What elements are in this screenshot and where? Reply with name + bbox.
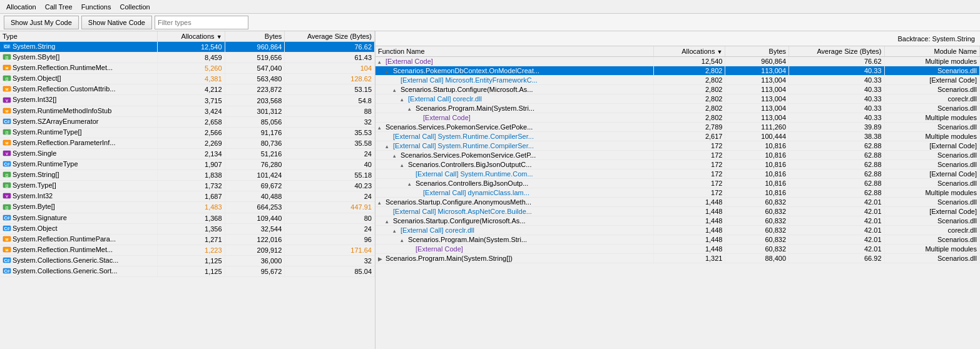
left-table-row[interactable]: C#System.Object 1,356 32,544 24 bbox=[0, 223, 375, 234]
right-table-row[interactable]: ▴Scenarios.Program.Main(System.Stri... 1… bbox=[375, 235, 980, 245]
right-table-row[interactable]: ▶Scenarios.Program.Main(System.String[])… bbox=[375, 254, 980, 263]
left-table-row[interactable]: MSystem.Reflection.ParameterInf... 2,269… bbox=[0, 138, 375, 148]
module-name: Scenarios.dll bbox=[884, 104, 979, 113]
type-name: C#System.Collections.Generic.Sort... bbox=[0, 266, 157, 276]
right-table-row[interactable]: ▴Scenarios.Startup.Configure(Microsoft.A… bbox=[375, 216, 980, 226]
col-type[interactable]: Type bbox=[0, 31, 157, 42]
filter-types-input[interactable] bbox=[155, 16, 248, 29]
right-table-row[interactable]: [External Code] 1,448 60,832 42.01 Multi… bbox=[375, 245, 980, 254]
left-table-row[interactable]: MSystem.Reflection.RuntimePara... 1,271 … bbox=[0, 234, 375, 245]
function-name-cell: ▴Scenarios.Program.Main(System.Stri... bbox=[375, 104, 654, 113]
function-name: Scenarios.Startup.Configure(Microsoft.As… bbox=[393, 217, 526, 225]
module-name: Scenarios.dll bbox=[884, 66, 979, 76]
col-bytes[interactable]: Bytes bbox=[225, 31, 285, 42]
function-name-cell: ▴Scenarios.Controllers.BigJsonOutp... bbox=[375, 179, 654, 188]
fn-allocations: 12,540 bbox=[654, 57, 725, 66]
fn-avg-size: 62.88 bbox=[789, 141, 884, 151]
show-native-code-button[interactable]: Show Native Code bbox=[81, 16, 152, 29]
right-table-row[interactable]: [External Code] 2,802 113,004 40.33 Mult… bbox=[375, 113, 980, 123]
left-table-row[interactable]: C#System.Collections.Generic.Stac... 1,1… bbox=[0, 255, 375, 266]
left-table-row[interactable]: C#System.RuntimeType 1,907 76,280 40 bbox=[0, 159, 375, 170]
right-table-row[interactable]: ▴Scenarios.Controllers.BigJsonOutputC...… bbox=[375, 160, 980, 169]
function-name: [External Code] bbox=[423, 114, 471, 121]
tree-expand-icon[interactable]: ▶ bbox=[378, 256, 384, 262]
menu-allocation[interactable]: Allocation bbox=[3, 2, 40, 12]
fn-bytes: 113,004 bbox=[725, 85, 789, 94]
module-name: [External Code] bbox=[884, 141, 979, 151]
tree-expand-icon[interactable]: ▴ bbox=[378, 124, 384, 131]
right-table-row[interactable]: [External Call] Microsoft.AspNetCore.Bui… bbox=[375, 207, 980, 216]
fn-allocations: 172 bbox=[654, 151, 725, 160]
right-table-row[interactable]: [External Call] System.Runtime.Com... 17… bbox=[375, 169, 980, 179]
col-avg-size[interactable]: Average Size (Bytes) bbox=[285, 31, 375, 42]
left-table-row[interactable]: VSystem.Single 2,134 51,216 24 bbox=[0, 148, 375, 159]
left-table-row[interactable]: MSystem.Reflection.RuntimeMet... 1,223 2… bbox=[0, 245, 375, 255]
left-table-row[interactable]: []System.String[] 1,838 101,424 55.18 bbox=[0, 170, 375, 181]
left-table-row[interactable]: C#System.SZArrayEnumerator 2,658 85,056 … bbox=[0, 116, 375, 127]
tree-expand-icon[interactable]: ▴ bbox=[393, 153, 399, 159]
type-icon: [] bbox=[3, 128, 11, 136]
col-fn-avg[interactable]: Average Size (Bytes) bbox=[789, 46, 884, 57]
tree-expand-icon[interactable]: ▴ bbox=[393, 228, 399, 234]
col-module-name[interactable]: Module Name bbox=[884, 46, 979, 57]
col-allocations[interactable]: Allocations ▼ bbox=[157, 31, 225, 42]
tree-expand-icon[interactable]: ▴ bbox=[378, 59, 384, 65]
type-name: []System.RuntimeType[] bbox=[0, 127, 157, 138]
function-name-cell: ▴[External Call] System.Runtime.Compiler… bbox=[375, 141, 654, 151]
left-table-row[interactable]: []System.Byte[] 1,483 664,253 447.91 bbox=[0, 202, 375, 213]
menu-call-tree[interactable]: Call Tree bbox=[41, 2, 76, 12]
left-table-row[interactable]: []System.Type[] 1,732 69,672 40.23 bbox=[0, 181, 375, 191]
right-table-row[interactable]: [External Call] dynamicClass.lam... 172 … bbox=[375, 188, 980, 198]
fn-allocations: 172 bbox=[654, 188, 725, 198]
col-fn-allocations[interactable]: Allocations ▼ bbox=[654, 46, 725, 57]
left-table-row[interactable]: MSystem.RuntimeMethodInfoStub 3,424 301,… bbox=[0, 106, 375, 116]
tree-expand-icon[interactable]: ▴ bbox=[385, 218, 392, 225]
type-name: VSystem.Int32 bbox=[0, 191, 157, 202]
left-table-row[interactable]: C#System.Signature 1,368 109,440 80 bbox=[0, 213, 375, 223]
right-table-row[interactable]: [External Call] Microsoft.EntityFramewor… bbox=[375, 76, 980, 85]
type-name: []System.String[] bbox=[0, 170, 157, 181]
right-table-row[interactable]: ▴[External Code] 12,540 960,864 76.62 Mu… bbox=[375, 57, 980, 66]
tree-expand-icon[interactable]: ▴ bbox=[401, 96, 407, 103]
right-table-row[interactable]: ▴[External Call] coreclr.dll 2,802 113,0… bbox=[375, 94, 980, 104]
avg-size: 96 bbox=[285, 234, 375, 245]
menu-functions[interactable]: Functions bbox=[78, 2, 115, 12]
show-just-my-code-button[interactable]: Show Just My Code bbox=[4, 16, 79, 29]
tree-expand-icon[interactable]: ▴ bbox=[401, 237, 407, 243]
left-table-row[interactable]: C#System.Collections.Generic.Sort... 1,1… bbox=[0, 266, 375, 276]
col-fn-bytes[interactable]: Bytes bbox=[725, 46, 789, 57]
left-table-row[interactable]: VSystem.Int32 1,687 40,488 24 bbox=[0, 191, 375, 202]
left-table-row[interactable]: VSystem.Int32[] 3,715 203,568 54.8 bbox=[0, 95, 375, 106]
menu-collection[interactable]: Collection bbox=[116, 2, 153, 12]
function-name-cell: [External Call] dynamicClass.lam... bbox=[375, 188, 654, 198]
left-table-row[interactable]: []System.SByte[] 8,459 519,656 61.43 bbox=[0, 53, 375, 63]
tree-expand-icon[interactable]: ▴ bbox=[385, 68, 392, 74]
right-table-row[interactable]: ▴Scenarios.Startup.Configure(Microsoft.A… bbox=[375, 85, 980, 94]
tree-expand-icon[interactable]: ▴ bbox=[408, 106, 414, 112]
bytes-count: 203,568 bbox=[225, 95, 285, 106]
left-table-row[interactable]: []System.Object[] 4,381 563,480 128.62 bbox=[0, 74, 375, 84]
left-table-row[interactable]: C#System.String 12,540 960,864 76.62 bbox=[0, 42, 375, 53]
right-table-row[interactable]: ▴Scenarios.Program.Main(System.Stri... 2… bbox=[375, 104, 980, 113]
tree-expand-icon[interactable]: ▴ bbox=[385, 143, 392, 149]
function-name: Scenarios.Program.Main(System.String[]) bbox=[385, 255, 513, 262]
right-table-row[interactable]: ▴Scenarios.Controllers.BigJsonOutp... 17… bbox=[375, 179, 980, 188]
right-table-row[interactable]: [External Call] System.Runtime.CompilerS… bbox=[375, 132, 980, 141]
tree-expand-icon[interactable]: ▴ bbox=[378, 200, 384, 206]
left-table-row[interactable]: []System.RuntimeType[] 2,566 91,176 35.5… bbox=[0, 127, 375, 138]
tree-expand-icon[interactable]: ▴ bbox=[401, 162, 407, 168]
left-table-row[interactable]: MSystem.Reflection.CustomAttrib... 4,212… bbox=[0, 84, 375, 95]
right-table-row[interactable]: ▴[External Call] coreclr.dll 1,448 60,83… bbox=[375, 226, 980, 235]
right-table-row[interactable]: ▴Scenarios.PokemonDbContext.OnModelCreat… bbox=[375, 66, 980, 76]
right-table-row[interactable]: ▴Scenarios.Services.PokemonService.GetPo… bbox=[375, 123, 980, 132]
tree-expand-icon[interactable]: ▴ bbox=[393, 87, 399, 93]
module-name: Scenarios.dll bbox=[884, 235, 979, 245]
right-table-row[interactable]: ▴[External Call] System.Runtime.Compiler… bbox=[375, 141, 980, 151]
right-table-row[interactable]: ▴Scenarios.Startup.Configure.AnonymousMe… bbox=[375, 198, 980, 207]
right-table-row[interactable]: ▴Scenarios.Services.PokemonService.GetP.… bbox=[375, 151, 980, 160]
type-name: []System.SByte[] bbox=[0, 53, 157, 63]
left-table-row[interactable]: MSystem.Reflection.RuntimeMet... 5,260 5… bbox=[0, 63, 375, 74]
module-name: coreclr.dll bbox=[884, 226, 979, 235]
col-fn-name[interactable]: Function Name bbox=[375, 46, 654, 57]
tree-expand-icon[interactable]: ▴ bbox=[408, 181, 414, 187]
